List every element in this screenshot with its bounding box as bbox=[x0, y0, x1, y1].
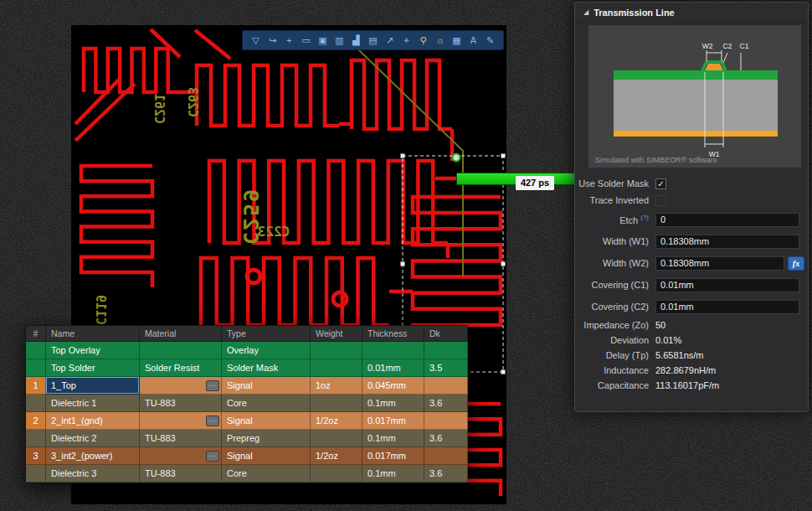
cell-num[interactable] bbox=[26, 465, 46, 483]
cell-num[interactable] bbox=[26, 430, 46, 447]
hook-select-icon[interactable]: ↪ bbox=[265, 33, 280, 48]
cell-dk[interactable] bbox=[424, 447, 468, 465]
cell-name[interactable]: 3_int2_(power) bbox=[46, 447, 140, 465]
cell-thickness[interactable]: 0.1mm bbox=[362, 465, 424, 483]
covering-c2-input[interactable] bbox=[655, 300, 799, 314]
cell-thickness[interactable]: 0.1mm bbox=[362, 395, 424, 412]
selection-handle[interactable] bbox=[401, 154, 405, 158]
columns-icon[interactable]: ▥ bbox=[332, 33, 347, 48]
col-header-name[interactable]: Name bbox=[46, 326, 140, 342]
fx-formula-button[interactable]: fx bbox=[788, 256, 804, 271]
etch-hint-icon[interactable]: (?) bbox=[640, 214, 649, 221]
cell-thickness[interactable]: 0.1mm bbox=[362, 430, 424, 447]
cell-thickness[interactable]: 0.017mm bbox=[362, 447, 424, 465]
width-w2-input[interactable] bbox=[655, 256, 784, 271]
cell-thickness[interactable]: 0.045mm bbox=[362, 377, 424, 395]
cell-name[interactable]: Dielectric 2 bbox=[46, 430, 140, 447]
selection-handle[interactable] bbox=[401, 262, 405, 266]
text-icon[interactable]: A bbox=[466, 33, 481, 48]
etch-label: Etch (?) bbox=[575, 214, 655, 225]
cell-name[interactable]: Dielectric 3 bbox=[46, 465, 140, 483]
cell-type[interactable]: Overlay bbox=[222, 342, 311, 359]
width-w1-input[interactable] bbox=[655, 235, 799, 249]
probe-icon[interactable]: ⌖ bbox=[399, 33, 414, 48]
filter-icon[interactable]: ▽ bbox=[249, 33, 263, 48]
cell-material[interactable]: TU-883 bbox=[145, 468, 176, 478]
selection-handle[interactable] bbox=[501, 370, 506, 374]
etch-input[interactable] bbox=[655, 213, 799, 227]
cell-num[interactable]: 1 bbox=[26, 377, 46, 395]
col-header-material[interactable]: Material bbox=[140, 326, 222, 342]
covering-c2-label: Covering (C2) bbox=[575, 302, 655, 312]
cell-type[interactable]: Core bbox=[222, 395, 311, 412]
cell-dk[interactable]: 3.6 bbox=[424, 395, 468, 412]
cell-thickness[interactable] bbox=[362, 342, 424, 359]
cell-weight[interactable] bbox=[311, 359, 362, 377]
trace-inverted-checkbox[interactable] bbox=[655, 195, 666, 206]
dielectric-body bbox=[614, 79, 778, 131]
cell-material[interactable]: Solder Resist bbox=[145, 363, 199, 373]
use-solder-mask-checkbox[interactable]: ✓ bbox=[655, 178, 666, 189]
region-icon[interactable]: ▭ bbox=[299, 33, 313, 48]
cell-name[interactable]: 2_int1_(gnd) bbox=[46, 412, 140, 430]
cell-weight[interactable] bbox=[311, 465, 362, 483]
chart-icon[interactable]: ▟ bbox=[349, 33, 363, 48]
material-browse-button[interactable]: ··· bbox=[206, 451, 219, 462]
cell-weight[interactable] bbox=[311, 430, 362, 447]
move-icon[interactable]: + bbox=[282, 33, 296, 48]
export-icon[interactable]: ↗ bbox=[383, 33, 397, 48]
cell-weight[interactable] bbox=[311, 395, 362, 412]
col-header-thickness[interactable]: Thickness bbox=[362, 326, 424, 342]
cell-name[interactable]: Dielectric 1 bbox=[46, 395, 140, 412]
cell-weight[interactable]: 1oz bbox=[311, 377, 362, 395]
panel-header[interactable]: ◢ Transmission Line bbox=[575, 3, 808, 23]
via-pad[interactable] bbox=[247, 270, 260, 283]
cell-dk[interactable] bbox=[424, 342, 468, 359]
cell-type[interactable]: Signal bbox=[222, 412, 311, 430]
cell-num[interactable] bbox=[26, 359, 46, 377]
cell-weight[interactable] bbox=[311, 342, 362, 359]
table-icon[interactable]: ▤ bbox=[366, 33, 380, 48]
cell-dk[interactable] bbox=[424, 412, 468, 430]
covering-c1-input[interactable] bbox=[655, 278, 799, 292]
image-icon[interactable]: ▦ bbox=[450, 33, 464, 48]
col-header-type[interactable]: Type bbox=[222, 326, 311, 342]
cell-name[interactable]: Top Solder bbox=[46, 359, 140, 377]
collapse-arrow-icon[interactable]: ◢ bbox=[583, 8, 588, 16]
cell-weight[interactable]: 1/2oz bbox=[311, 412, 362, 430]
cell-material[interactable]: TU-883 bbox=[145, 433, 176, 443]
simulation-caption: Simulated with SIMBEOR® software bbox=[595, 156, 717, 164]
key-icon[interactable]: ⚲ bbox=[416, 33, 430, 48]
cell-num[interactable]: 2 bbox=[26, 412, 46, 430]
cell-weight[interactable]: 1/2oz bbox=[311, 447, 362, 465]
cell-dk[interactable]: 3.6 bbox=[424, 430, 468, 447]
col-header-dk[interactable]: Dk bbox=[424, 326, 468, 342]
cell-dk[interactable] bbox=[424, 377, 468, 395]
cell-dk[interactable]: 3.5 bbox=[424, 359, 468, 377]
cell-type[interactable]: Solder Mask bbox=[222, 359, 311, 377]
cell-type[interactable]: Prepreg bbox=[222, 430, 311, 447]
cell-num[interactable]: 3 bbox=[26, 447, 46, 465]
selection-handle[interactable] bbox=[501, 154, 506, 158]
bulb-icon[interactable]: ☼ bbox=[433, 33, 447, 48]
via-pad[interactable] bbox=[333, 292, 347, 306]
col-header-weight[interactable]: Weight bbox=[311, 326, 362, 342]
width-w2-label: Width (W2) bbox=[575, 258, 655, 268]
cell-thickness[interactable]: 0.017mm bbox=[362, 412, 424, 430]
selection-handle[interactable] bbox=[501, 262, 506, 266]
cell-type[interactable]: Signal bbox=[222, 377, 311, 395]
material-browse-button[interactable]: ··· bbox=[206, 380, 219, 391]
cell-name[interactable]: Top Overlay bbox=[46, 342, 140, 359]
pencil-icon[interactable]: ✎ bbox=[483, 33, 497, 48]
cell-type[interactable]: Signal bbox=[222, 447, 311, 465]
cell-material[interactable]: TU-883 bbox=[145, 398, 176, 408]
cell-num[interactable] bbox=[26, 395, 46, 412]
cell-dk[interactable]: 3.6 bbox=[424, 465, 468, 483]
material-browse-button[interactable]: ··· bbox=[206, 416, 219, 426]
cell-num[interactable] bbox=[26, 342, 46, 359]
cell-thickness[interactable]: 0.01mm bbox=[362, 359, 424, 377]
cell-name-selected[interactable]: 1_Top bbox=[46, 377, 140, 395]
copy-region-icon[interactable]: ▣ bbox=[316, 33, 330, 48]
cell-type[interactable]: Core bbox=[222, 465, 311, 483]
col-header-num[interactable]: # bbox=[26, 326, 46, 342]
